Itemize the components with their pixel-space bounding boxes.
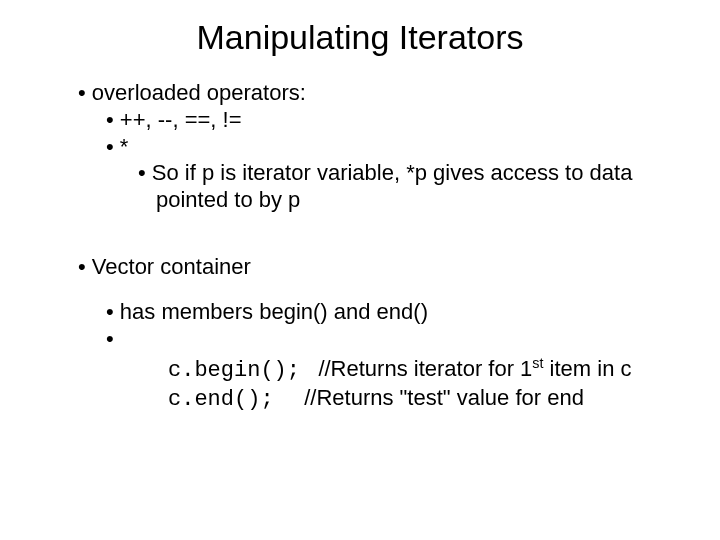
bullet-operator-list: ++, --, ==, != bbox=[106, 107, 670, 134]
slide-body: overloaded operators: ++, --, ==, != * S… bbox=[78, 80, 670, 414]
slide-title: Manipulating Iterators bbox=[0, 18, 720, 57]
comment-begin-sup: st bbox=[532, 355, 543, 371]
bullet-vector-container: Vector container bbox=[78, 254, 670, 281]
bullet-blank bbox=[106, 326, 670, 353]
code-block: c.begin(); //Returns iterator for 1st it… bbox=[168, 355, 670, 414]
code-end: c.end(); bbox=[168, 387, 274, 412]
comment-end: //Returns "test" value for end bbox=[304, 385, 584, 410]
bullet-overloaded-operators: overloaded operators: bbox=[78, 80, 670, 107]
bullet-has-members: has members begin() and end() bbox=[106, 299, 670, 326]
code-begin: c.begin(); bbox=[168, 358, 300, 383]
code-line-begin: c.begin(); //Returns iterator for 1st it… bbox=[168, 355, 670, 385]
bullet-dereference: * bbox=[106, 134, 670, 161]
comment-begin-post: item in c bbox=[543, 356, 631, 381]
bullet-dereference-explain: So if p is iterator variable, *p gives a… bbox=[138, 160, 670, 214]
code-line-end: c.end(); //Returns "test" value for end bbox=[168, 385, 670, 414]
comment-begin-pre: //Returns iterator for 1 bbox=[318, 356, 532, 381]
